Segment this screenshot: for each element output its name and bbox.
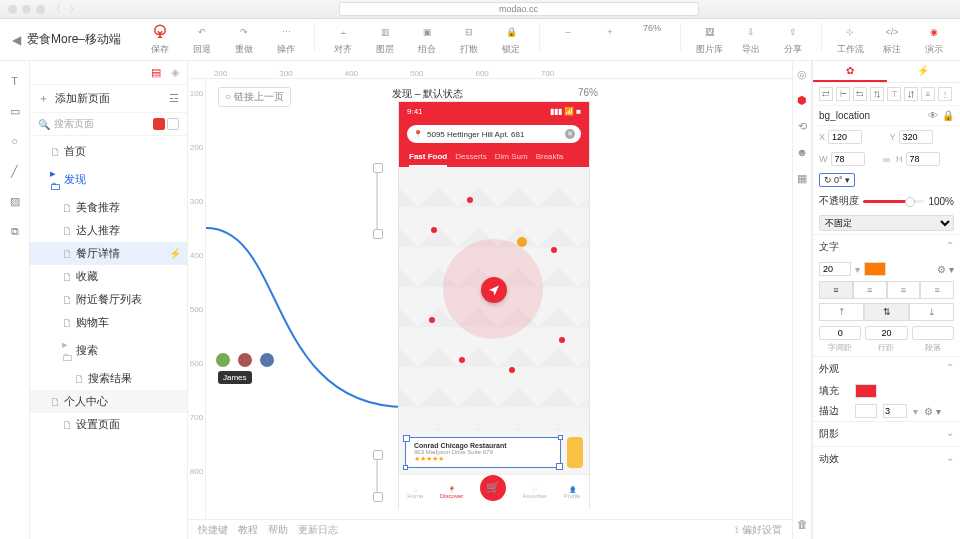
pages-tab-icon[interactable]: ▤ [151,66,161,79]
paragraph-spacing-input[interactable] [912,326,954,340]
chevron-down-icon[interactable]: ⌄ [946,452,954,466]
scroll-marker-top[interactable] [376,167,378,235]
y-input[interactable] [899,130,933,144]
clear-icon[interactable]: ✕ [565,129,575,139]
align-bottom-icon[interactable]: ⮃ [904,87,918,101]
image-tool-icon[interactable]: ▨ [7,193,23,209]
add-page-icon[interactable]: ＋ [38,91,49,106]
locate-button[interactable] [481,277,507,303]
avatar[interactable] [236,351,254,369]
save-button[interactable]: 保存 [146,23,174,56]
canvas-body[interactable]: ○ 链接上一页 发现 – 默认状态 76% James 9:41 ▮▮▮ 📶 ■… [206,79,792,519]
distribute-h-icon[interactable]: ≡ [921,87,935,101]
distribute-v-icon[interactable]: ⋮ [938,87,952,101]
text-align-right[interactable]: ≡ [887,281,921,299]
tree-item[interactable]: 🗋个人中心 [30,390,187,413]
view-grid-icon[interactable] [167,118,179,130]
tree-item[interactable]: 🗋购物车 [30,311,187,334]
tab-breakfast[interactable]: Breakfa [536,152,564,167]
h-input[interactable] [906,152,940,166]
footer-tutorial[interactable]: 教程 [238,523,258,537]
link-wh-icon[interactable]: ∞ [883,154,890,165]
tree-item[interactable]: 🗋附近餐厅列表 [30,288,187,311]
font-size-input[interactable] [819,262,851,276]
lock-button[interactable]: 🔒锁定 [497,23,525,56]
map-view[interactable] [399,167,589,431]
align-button[interactable]: ⫠对齐 [329,23,357,56]
ops-button[interactable]: ⋯操作 [272,23,300,56]
group-button[interactable]: ▣组合 [413,23,441,56]
inspector-tab-props[interactable]: ✿ [813,61,887,82]
nav-fwd-icon[interactable]: 〉 [69,2,79,16]
text-tool-icon[interactable]: T [7,73,23,89]
element-name[interactable]: bg_location [819,110,924,121]
target-icon[interactable]: ◎ [795,67,809,81]
chevron-up-icon[interactable]: ⌃ [946,240,954,254]
nav-profile[interactable]: 👤Profile [564,486,581,499]
text-color-swatch[interactable] [864,262,886,276]
valign-middle[interactable]: ⇅ [864,303,909,321]
rect-tool-icon[interactable]: ▭ [7,103,23,119]
rotation-input[interactable]: ↻ 0° ▾ [819,173,855,187]
valign-bottom[interactable]: ⤓ [909,303,954,321]
text-settings-icon[interactable]: ⚙ ▾ [937,264,954,275]
scroll-marker-bottom[interactable] [376,454,378,498]
tree-item[interactable]: 🗋美食推荐 [30,196,187,219]
tree-item[interactable]: 🗋达人推荐 [30,219,187,242]
align-top-icon[interactable]: ⮁ [870,87,884,101]
tab-fastfood[interactable]: Fast Food [409,152,447,167]
text-align-left[interactable]: ≡ [819,281,853,299]
zoom-out-button[interactable]: – [554,23,582,56]
settings-icon[interactable]: ☲ [169,92,179,105]
link-previous-chip[interactable]: ○ 链接上一页 [218,87,291,107]
pin-select[interactable]: 不固定 [819,215,954,231]
stroke-style-icon[interactable]: ⚙ ▾ [924,406,941,417]
x-input[interactable] [828,130,862,144]
tree-item[interactable]: 🗋搜索结果 [30,367,187,390]
nav-back-icon[interactable]: 〈 [51,2,61,16]
share-button[interactable]: ⇧分享 [779,23,807,56]
inspector-tab-interact[interactable]: ⚡ [887,61,961,82]
back-icon[interactable]: ◀ [12,33,21,47]
image-lib-button[interactable]: 🖼图片库 [695,23,723,56]
zoom-in-button[interactable]: + [596,23,624,56]
tab-dimsum[interactable]: Dim Sum [495,152,528,167]
search-field[interactable]: 📍 5095 Hettinger Hill Apt. 681 ✕ [407,125,581,143]
text-align-center[interactable]: ≡ [853,281,887,299]
circle-tool-icon[interactable]: ○ [7,133,23,149]
avatar[interactable] [214,351,232,369]
layers-tab-icon[interactable]: ◈ [171,66,179,79]
export-button[interactable]: ⇩导出 [737,23,765,56]
grid-icon[interactable]: ▦ [795,171,809,185]
annotate-button[interactable]: </>标注 [878,23,906,56]
tree-item[interactable]: 🗋设置页面 [30,413,187,436]
fill-color-swatch[interactable] [855,384,877,398]
zoom-value[interactable]: 76% [638,23,666,56]
chevron-down-icon[interactable]: ⌄ [946,427,954,441]
line-tool-icon[interactable]: ╱ [7,163,23,179]
align-right-icon[interactable]: ⮀ [853,87,867,101]
layers-button[interactable]: ▥图层 [371,23,399,56]
add-page-label[interactable]: 添加新页面 [55,91,163,106]
stroke-width-input[interactable] [883,404,907,418]
tree-item[interactable]: 🗋收藏 [30,265,187,288]
stroke-color-swatch[interactable] [855,404,877,418]
redo-button[interactable]: ↷重做 [230,23,258,56]
nav-home[interactable]: ⌂Home [407,487,423,499]
lock-icon[interactable]: 🔒 [942,110,954,121]
text-align-justify[interactable]: ≡ [920,281,954,299]
restaurant-card-selected[interactable]: Conrad Chicago Restaurant 963 Madyson Dr… [405,437,561,468]
nav-favorites[interactable]: ♡Favorites [522,486,547,499]
restaurant-card-peek[interactable] [567,437,583,468]
align-center-h-icon[interactable]: ⊢ [836,87,850,101]
nav-cart[interactable]: 🛒 [480,475,506,501]
tree-item[interactable]: 🗋餐厅详情 [30,242,187,265]
letter-spacing-input[interactable] [819,326,861,340]
footer-changelog[interactable]: 更新日志 [298,523,338,537]
opacity-slider[interactable] [863,200,924,203]
trash-icon[interactable]: 🗑 [795,517,809,531]
valign-top[interactable]: ⤒ [819,303,864,321]
w-input[interactable] [831,152,865,166]
search-input[interactable]: 搜索页面 [54,117,94,131]
component-tool-icon[interactable]: ⧉ [7,223,23,239]
